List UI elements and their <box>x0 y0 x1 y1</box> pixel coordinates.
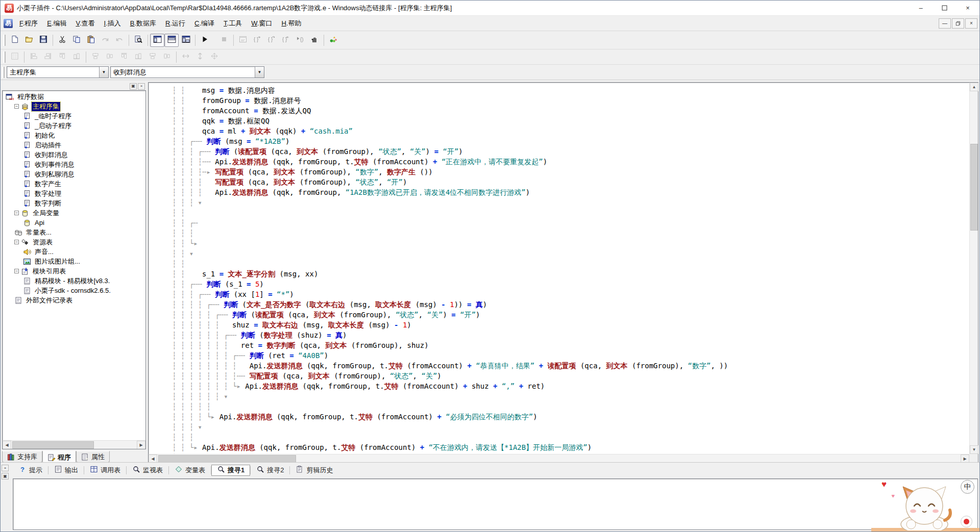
menu-T[interactable]: T.工具 <box>219 17 247 30</box>
run-to-cursor-button[interactable]: {) <box>293 34 307 47</box>
code-line[interactable]: ┆ ┆ fromAccount = 数据.发送人QQ <box>172 106 965 116</box>
view-workspace-panel-button[interactable] <box>150 34 164 47</box>
step-into-button[interactable]: { } <box>250 34 264 47</box>
scroll-up-icon[interactable]: ▲ <box>970 83 978 91</box>
menu-E[interactable]: E.编辑 <box>42 17 71 30</box>
minimize-button[interactable]: – <box>909 1 933 16</box>
routine-select[interactable]: 收到群消息 ▼ <box>110 66 264 78</box>
code-line[interactable]: ┆ ┆ ┆ ┆ ┆ ┆ ┆ ┆╌╌ 写配置项 (qca, 到文本 (fromGr… <box>172 371 965 381</box>
menu-R[interactable]: R.运行 <box>161 17 190 30</box>
code-line[interactable]: ┆ ┆ ┆ ┆ ┆ ┆ ┆ ┆ Api.发送群消息 (qqk, fromGrou… <box>172 361 965 371</box>
tab-属性[interactable]: 属性 <box>76 451 110 463</box>
tab-调用表[interactable]: 调用表 <box>84 465 126 476</box>
code-line[interactable]: ┆ ┆ ┆ ┌╌╌ 判断 (xx [1] = “*”) <box>172 289 965 299</box>
chevron-down-icon[interactable]: ▼ <box>255 67 264 78</box>
save-button[interactable] <box>36 34 51 47</box>
ime-language-badge[interactable]: 中 <box>961 480 974 494</box>
code-horizontal-scrollbar[interactable]: ◀ ▶ <box>149 454 969 463</box>
code-line[interactable]: ┆ ┆ <box>172 259 965 269</box>
search-results-panel[interactable] <box>13 478 978 530</box>
space-down-button[interactable] <box>131 50 145 64</box>
scrollbar-thumb[interactable] <box>12 441 94 449</box>
code-line[interactable]: ┆ ┆ ┆ ┆ ┆ <box>172 401 965 412</box>
tree-item[interactable]: 收到私聊消息 <box>3 169 145 179</box>
tree-item[interactable]: 收到事件消息 <box>3 160 145 169</box>
code-line[interactable]: ┆ ┆ s_1 = 文本_逐字分割 (msg, xx) <box>172 269 965 279</box>
collapse-icon[interactable]: − <box>14 211 19 215</box>
new-button[interactable] <box>8 34 22 47</box>
tree-item[interactable]: 数字判断 <box>3 198 145 208</box>
space-across-button[interactable] <box>117 50 131 64</box>
undo-button[interactable] <box>112 34 127 47</box>
toolbar-grip[interactable] <box>3 52 6 63</box>
mascot-cat[interactable] <box>884 479 965 530</box>
code-line[interactable]: ┆ ┆ └▸ Api.发送群消息 (qqk, fromGroup, t.艾特 (… <box>172 442 965 452</box>
open-button[interactable] <box>22 34 36 47</box>
code-line[interactable]: ┆ ┆ ┆ ┌╌╌ 判断 (读配置项 (qca, 到文本 (fromGroup)… <box>172 146 965 157</box>
run-button[interactable] <box>198 34 212 47</box>
menu-C[interactable]: C.编译 <box>190 17 219 30</box>
code-line[interactable]: ┆ ┆ ┌╌ <box>172 218 965 228</box>
code-line[interactable]: ┆ ┆ qqk = 数据.框架QQ <box>172 116 965 126</box>
tree-horizontal-scrollbar[interactable]: ◀ ▶ <box>3 440 145 449</box>
code-line[interactable]: ┆ ┆ ┌╌╌ 判断 (s_1 = 5) <box>172 279 965 289</box>
code-line[interactable]: ┆ ┆ ┆ ┆ ┆ ┆ ┆ ret = 数字判断 (qca, 到文本 (from… <box>172 340 965 350</box>
collapse-icon[interactable]: − <box>14 104 19 109</box>
code-line[interactable]: ┆ ┆ ┌╌╌ 判断 (msg = “*1A2B”) <box>172 136 965 146</box>
code-line[interactable]: ┆ ┆ ┆ ┆ ┆ ┆ shuz = 取文本右边 (msg, 取文本长度 (ms… <box>172 320 965 330</box>
close-button[interactable]: × <box>956 1 979 16</box>
code-line[interactable]: ┆ ┆ ┆ ┆ ┆ ┆ ┆ ┌╌╌ 判断 (ret = “4A0B”) <box>172 350 965 361</box>
code-line[interactable]: ┆ ┆ ┆ ┆ └▸ Api.发送群消息 (qqk, fromGroup, t.… <box>172 412 965 422</box>
align-top-button[interactable] <box>55 50 69 64</box>
menu-I[interactable]: I.插入 <box>100 17 126 30</box>
code-line[interactable]: ┆ ┆ ┆ ┆ Api.发送群消息 (qqk, fromGroup, “1A2B… <box>172 187 965 197</box>
scrollbar-thumb[interactable] <box>158 455 296 463</box>
chevron-down-icon[interactable]: ▼ <box>99 67 108 78</box>
tab-支持库[interactable]: 支持库 <box>2 451 42 463</box>
tree-item[interactable]: 精易模块 - 精易模块[v8.3. <box>3 276 145 286</box>
tab-变量表[interactable]: 变量表 <box>169 465 211 476</box>
find-button[interactable] <box>131 34 145 47</box>
fit-height-button[interactable] <box>193 50 207 64</box>
collapse-icon[interactable]: − <box>14 269 19 273</box>
bottom-panel-pin-button[interactable]: ▣ <box>2 473 9 479</box>
menu-H[interactable]: H.帮助 <box>277 17 306 30</box>
code-line[interactable]: ┆ ┆ ┆ ┆ ┆ ┆ ┌╌╌ 判断 (数字处理 (shuz) = 真) <box>172 330 965 340</box>
step-out-button[interactable]: { } <box>279 34 293 47</box>
toolbar-grip[interactable] <box>2 67 5 78</box>
menu-V[interactable]: V.查看 <box>71 17 99 30</box>
code-line[interactable]: ┆ ┆ ┆ <box>172 432 965 442</box>
stop-button[interactable] <box>217 34 231 47</box>
tree-item[interactable]: −模块引用表 <box>3 266 145 276</box>
tab-监视表[interactable]: 监视表 <box>127 465 168 476</box>
toolbar-grip[interactable] <box>3 35 6 46</box>
code-line[interactable]: ┆ ┆ ▾ <box>172 248 965 259</box>
tree-item[interactable]: −全局变量 <box>3 208 145 218</box>
code-line[interactable]: ┆ ┆ fromGroup = 数据.消息群号 <box>172 95 965 106</box>
scroll-left-icon[interactable]: ◀ <box>3 441 11 449</box>
code-line[interactable]: ┆ ┆ msg = 数据.消息内容 <box>172 85 965 95</box>
mdi-minimize-button[interactable]: — <box>939 18 951 29</box>
code-line[interactable]: ┆ ┆ ┆ ▾ <box>172 197 965 208</box>
code-line[interactable]: ┆ ┆ ┆ ┆ 写配置项 (qca, 到文本 (fromGroup), “状态”… <box>172 177 965 187</box>
align-bottom-button[interactable] <box>69 50 84 64</box>
scroll-down-icon[interactable]: ▼ <box>970 445 978 454</box>
tree-item[interactable]: _临时子程序 <box>3 111 145 121</box>
step-over-button[interactable]: { } <box>264 34 279 47</box>
tab-搜寻2[interactable]: 搜寻2 <box>251 465 289 476</box>
code-line[interactable]: ┆ ┆ ┆ ┆ ┆ ┆ ┆ └▸ Api.发送群消息 (qqk, fromGro… <box>172 381 965 391</box>
center-horizontal-button[interactable] <box>88 50 103 64</box>
copy-button[interactable] <box>69 34 84 47</box>
align-left-button[interactable] <box>27 50 41 64</box>
tree-item[interactable]: 101程序数据 <box>3 92 145 102</box>
same-height-button[interactable] <box>160 50 174 64</box>
paste-button[interactable] <box>84 34 98 47</box>
tree-item[interactable]: −主程序集 <box>3 102 145 111</box>
tree-item[interactable]: 小栗子sdk - cornsdk2.6.5. <box>3 286 145 295</box>
maximize-button[interactable] <box>933 1 956 16</box>
bottom-panel-close-button[interactable]: × <box>2 465 9 471</box>
tree-item[interactable]: 数字产生 <box>3 179 145 189</box>
tree-item[interactable]: 数字处理 <box>3 189 145 198</box>
tree-item[interactable]: 图片或图片组... <box>3 257 145 266</box>
tree-item[interactable]: 初始化 <box>3 131 145 140</box>
